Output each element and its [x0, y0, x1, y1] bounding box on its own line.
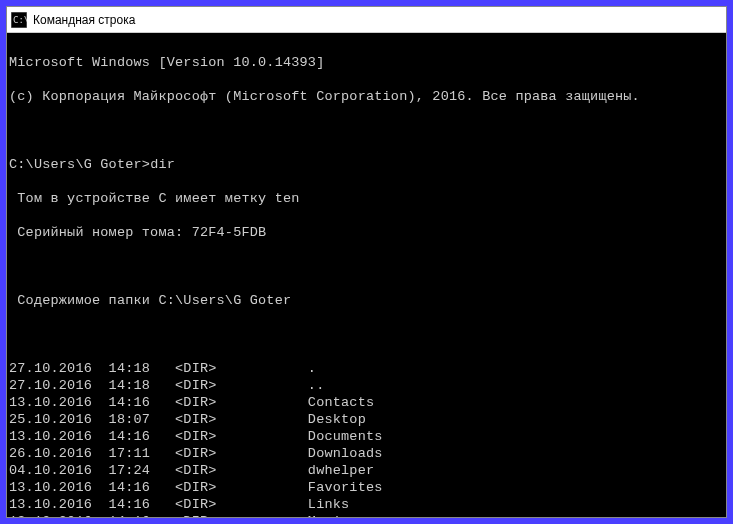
directory-entry: 04.10.2016 17:24 <DIR> dwhelper	[9, 462, 724, 479]
titlebar[interactable]: C:\ Командная строка	[7, 7, 726, 33]
blank-line	[9, 258, 724, 275]
directory-entry: 25.10.2016 18:07 <DIR> Desktop	[9, 411, 724, 428]
prompt-line-1: C:\Users\G Goter>dir	[9, 156, 724, 173]
window-title: Командная строка	[33, 13, 135, 27]
blank-line	[9, 326, 724, 343]
terminal-output[interactable]: Microsoft Windows [Version 10.0.14393] (…	[7, 33, 726, 517]
command-text: dir	[150, 157, 175, 172]
prompt-text: C:\Users\G Goter>	[9, 157, 150, 172]
directory-entry: 27.10.2016 14:18 <DIR> .	[9, 360, 724, 377]
directory-entry: 13.10.2016 14:16 <DIR> Music	[9, 513, 724, 517]
directory-entry: 13.10.2016 14:16 <DIR> Favorites	[9, 479, 724, 496]
directory-listing: 27.10.2016 14:18 <DIR> .27.10.2016 14:18…	[9, 360, 724, 517]
copyright-line: (c) Корпорация Майкрософт (Microsoft Cor…	[9, 88, 724, 105]
directory-entry: 13.10.2016 14:16 <DIR> Documents	[9, 428, 724, 445]
blank-line	[9, 122, 724, 139]
directory-entry: 27.10.2016 14:18 <DIR> ..	[9, 377, 724, 394]
command-prompt-window: C:\ Командная строка Microsoft Windows […	[6, 6, 727, 518]
version-line: Microsoft Windows [Version 10.0.14393]	[9, 54, 724, 71]
directory-entry: 13.10.2016 14:16 <DIR> Contacts	[9, 394, 724, 411]
serial-line: Серийный номер тома: 72F4-5FDB	[9, 224, 724, 241]
directory-entry: 13.10.2016 14:16 <DIR> Links	[9, 496, 724, 513]
volume-line: Том в устройстве C имеет метку ten	[9, 190, 724, 207]
cmd-icon: C:\	[11, 12, 27, 28]
directory-entry: 26.10.2016 17:11 <DIR> Downloads	[9, 445, 724, 462]
svg-text:C:\: C:\	[13, 15, 27, 25]
directory-of-line: Содержимое папки C:\Users\G Goter	[9, 292, 724, 309]
